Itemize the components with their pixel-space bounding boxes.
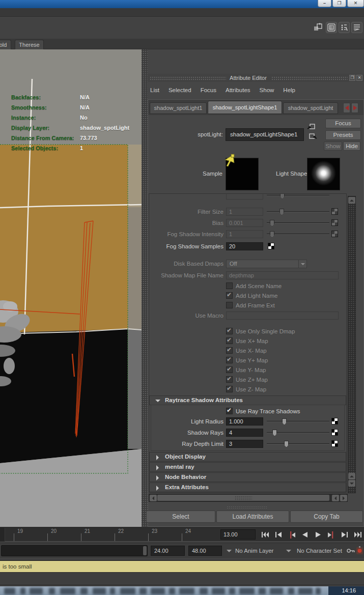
pin-in-icon[interactable] <box>306 122 316 131</box>
tabs-scroll-right-icon[interactable] <box>351 103 358 113</box>
vertical-scrollbar[interactable] <box>348 196 356 493</box>
range-handle[interactable] <box>143 546 147 555</box>
value-field-light-radius[interactable]: 1.000 <box>226 417 263 426</box>
panel-separator-handle[interactable] <box>142 49 148 527</box>
value-field-bias[interactable]: 0.001 <box>226 219 263 227</box>
dropdown-arrow-icon[interactable] <box>298 260 306 268</box>
step-forward-frame-button[interactable] <box>339 529 351 540</box>
command-line-strip[interactable] <box>0 572 364 585</box>
range-slider[interactable] <box>1 545 148 556</box>
map-button-fog-shadow-samples[interactable] <box>268 243 274 249</box>
value-field-shadow-rays[interactable]: 4 <box>226 429 263 437</box>
slider-handle[interactable] <box>270 220 274 226</box>
tool-settings-toggle-icon[interactable] <box>339 22 350 33</box>
light-shape-swatch[interactable] <box>307 158 340 190</box>
time-slider[interactable]: 13.00 192021222324 <box>0 527 364 541</box>
step-forward-key-button[interactable] <box>325 529 338 540</box>
current-frame-field[interactable]: 13.00 <box>220 529 256 540</box>
checkbox-use-y-map[interactable] <box>226 366 233 373</box>
tabs-scroll-left-icon[interactable] <box>343 103 350 113</box>
section-object-display[interactable]: Object Display <box>149 452 346 462</box>
maximize-button[interactable]: ❐ <box>332 0 346 7</box>
slider-handle[interactable] <box>279 209 284 215</box>
presets-button[interactable]: Presets <box>325 130 361 140</box>
viewport-3d[interactable]: Backfaces:N/ASmoothness:N/AInstance:NoDi… <box>0 49 142 527</box>
scrollbar-thumb[interactable] <box>157 495 329 501</box>
slider-handle[interactable] <box>282 418 287 425</box>
shelf-tab-old[interactable]: old <box>0 40 11 49</box>
shelf-tab-Therese[interactable]: Therese <box>15 40 44 49</box>
section-node-behavior[interactable]: Node Behavior <box>149 472 346 482</box>
go-to-start-button[interactable] <box>259 529 271 540</box>
menu-list[interactable]: List <box>150 87 159 93</box>
checkbox-use-z-map[interactable] <box>226 386 233 392</box>
map-button-filter-size[interactable] <box>331 208 338 215</box>
checkbox-use-ray-trace-shadows[interactable] <box>226 408 233 414</box>
map-button-light-radius[interactable] <box>331 418 338 424</box>
go-to-end-button[interactable] <box>352 529 364 540</box>
scroll-left-icon[interactable] <box>332 495 339 501</box>
slider-ray-depth-limit[interactable] <box>267 443 329 444</box>
value-field-row[interactable] <box>226 193 263 200</box>
menu-attributes[interactable]: Attributes <box>226 87 250 93</box>
play-forwards-button[interactable] <box>312 529 324 540</box>
section-mental-ray[interactable]: mental ray <box>149 462 346 472</box>
auto-keyframe-icon[interactable] <box>356 546 364 555</box>
text-field-shadow-map-file-name[interactable]: depthmap <box>226 271 339 279</box>
panel-close-icon[interactable]: ✕ <box>356 75 362 81</box>
select-button[interactable]: Select <box>146 511 215 523</box>
focus-button[interactable]: Focus <box>325 119 361 128</box>
copy-tab-button[interactable]: Copy Tab <box>290 511 363 523</box>
step-back-frame-button[interactable] <box>272 529 285 540</box>
panel-float-icon[interactable]: ❐ <box>349 75 355 81</box>
playback-start-field[interactable]: 24.00 <box>151 546 185 556</box>
snap-icon[interactable] <box>313 22 324 33</box>
value-field-ray-depth-limit[interactable]: 3 <box>226 440 263 448</box>
menu-help[interactable]: Help <box>283 87 295 93</box>
panel-divider[interactable] <box>148 504 364 510</box>
slider-fog-shadow-intensity[interactable] <box>267 234 329 235</box>
anim-layer-menu[interactable]: No Anim Layer <box>235 548 273 554</box>
anim-layer-dropdown-icon[interactable] <box>227 550 232 555</box>
section-extra-attributes[interactable]: Extra Attributes <box>149 483 346 492</box>
checkbox-add-scene-name[interactable] <box>226 282 233 289</box>
attribute-editor-toggle-icon[interactable] <box>326 22 337 33</box>
minimize-button[interactable]: – <box>318 0 331 7</box>
tab-shadow_spotLight1[interactable]: shadow_spotLight1 <box>150 102 207 114</box>
slider-filter-size[interactable] <box>267 211 329 212</box>
menu-selected[interactable]: Selected <box>169 87 191 93</box>
tab-shadow_spotLight[interactable]: shadow_spotLight <box>283 102 338 114</box>
pin-out-icon[interactable] <box>309 132 318 140</box>
menu-show[interactable]: Show <box>260 87 274 93</box>
checkbox-use-y-map[interactable] <box>226 357 233 363</box>
slider-handle[interactable] <box>284 441 289 447</box>
slider-handle[interactable] <box>272 430 277 436</box>
checkbox-use-only-single-dmap[interactable] <box>226 328 233 334</box>
load-attributes-button[interactable]: Load Attributes <box>216 511 289 523</box>
map-button-fog-shadow-intensity[interactable] <box>331 231 338 237</box>
slider-light-radius[interactable] <box>267 421 329 422</box>
map-button-ray-depth-limit[interactable] <box>331 440 338 447</box>
scroll-left-icon[interactable] <box>150 495 157 501</box>
map-button-shadow-rays[interactable] <box>331 429 338 436</box>
channel-box-toggle-icon[interactable] <box>351 22 362 33</box>
slider-bias[interactable] <box>267 222 329 223</box>
slider-handle[interactable] <box>280 193 285 199</box>
step-back-key-button[interactable] <box>286 529 298 540</box>
scroll-up-icon[interactable] <box>348 197 355 204</box>
value-field-fog-shadow-intensity[interactable]: 1 <box>226 230 263 238</box>
slider-shadow-rays[interactable] <box>267 432 329 433</box>
play-backwards-button[interactable] <box>299 529 311 540</box>
scroll-down-icon[interactable] <box>348 480 355 487</box>
scroll-right-icon[interactable] <box>340 495 347 501</box>
dropdown-disk-based-dmaps[interactable]: Off <box>226 260 307 268</box>
attribute-editor-titlebar[interactable]: Attribute Editor ❐ ✕ <box>148 74 364 82</box>
playback-end-field[interactable]: 48.00 <box>188 546 222 556</box>
value-field-filter-size[interactable]: 1 <box>226 208 263 216</box>
text-field-use-macro[interactable] <box>226 311 339 320</box>
show-button[interactable]: Show <box>324 141 342 151</box>
checkbox-add-light-name[interactable] <box>226 292 233 299</box>
checkbox-use-x-map[interactable] <box>226 337 233 344</box>
horizontal-scrollbar[interactable] <box>149 494 348 502</box>
map-button-bias[interactable] <box>331 219 338 226</box>
